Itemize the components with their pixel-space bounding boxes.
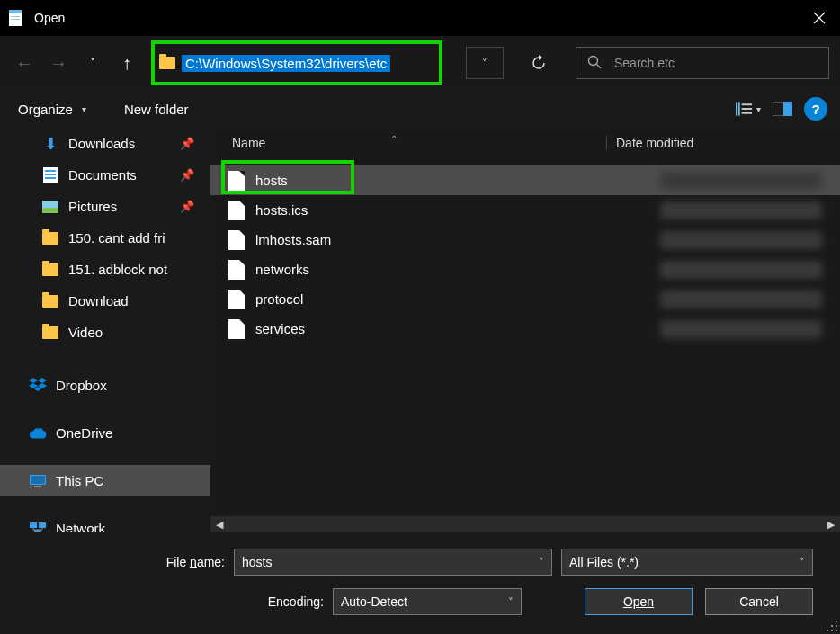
main-area: ⬇ Downloads 📌 Documents 📌 Pictures 📌 150… bbox=[0, 128, 840, 532]
sidebar-item-folder[interactable]: Video bbox=[0, 317, 210, 348]
dropbox-icon bbox=[29, 377, 47, 395]
sidebar-label: Downloads bbox=[68, 136, 135, 151]
sort-indicator-icon: ⌃ bbox=[390, 134, 398, 144]
address-history-button[interactable]: ˅ bbox=[466, 47, 504, 79]
date-cell bbox=[660, 261, 822, 279]
chevron-down-icon: ˅ bbox=[539, 557, 544, 568]
sidebar-item-folder[interactable]: 151. adblock not bbox=[0, 254, 210, 285]
column-header-date[interactable]: Date modified bbox=[606, 136, 840, 150]
folder-icon bbox=[158, 54, 176, 72]
encoding-select[interactable]: Auto-Detect ˅ bbox=[333, 588, 522, 615]
up-button[interactable]: ↑ bbox=[113, 49, 140, 76]
filetype-select[interactable]: All Files (*.*) ˅ bbox=[561, 549, 813, 576]
picture-icon bbox=[41, 198, 59, 216]
svg-rect-9 bbox=[742, 103, 752, 105]
svg-rect-10 bbox=[742, 108, 752, 110]
file-row[interactable]: hosts bbox=[210, 165, 840, 195]
file-row[interactable]: hosts.ics bbox=[210, 195, 840, 225]
file-name: hosts bbox=[255, 173, 288, 188]
file-row[interactable]: networks bbox=[210, 254, 840, 284]
file-row[interactable]: protocol bbox=[210, 284, 840, 314]
view-mode-button[interactable] bbox=[736, 99, 761, 119]
organize-button[interactable]: Organize bbox=[13, 98, 92, 121]
svg-rect-8 bbox=[738, 102, 740, 115]
date-cell bbox=[660, 231, 822, 249]
help-button[interactable]: ? bbox=[804, 97, 827, 121]
folder-icon bbox=[41, 324, 59, 342]
horizontal-scrollbar[interactable]: ◀ ▶ bbox=[210, 516, 840, 532]
pin-icon: 📌 bbox=[180, 200, 194, 213]
svg-line-6 bbox=[597, 64, 602, 68]
address-bar[interactable]: C:\Windows\System32\drivers\etc bbox=[151, 40, 442, 85]
sidebar-item-thispc[interactable]: This PC bbox=[0, 465, 210, 496]
sidebar-label: Download bbox=[68, 293, 129, 308]
sidebar-item-folder[interactable]: Download bbox=[0, 285, 210, 317]
forward-button[interactable]: → bbox=[45, 49, 72, 76]
file-icon bbox=[228, 230, 245, 250]
sidebar-item-dropbox[interactable]: Dropbox bbox=[0, 370, 210, 401]
file-icon bbox=[228, 319, 245, 339]
svg-rect-15 bbox=[31, 476, 45, 484]
svg-rect-11 bbox=[742, 112, 752, 114]
file-icon bbox=[228, 201, 245, 220]
file-row[interactable]: lmhosts.sam bbox=[210, 225, 840, 254]
address-path: C:\Windows\System32\drivers\etc bbox=[182, 55, 390, 72]
date-cell bbox=[660, 172, 822, 190]
file-row[interactable]: services bbox=[210, 314, 840, 344]
download-icon: ⬇ bbox=[41, 135, 59, 153]
svg-rect-7 bbox=[736, 102, 737, 115]
back-button[interactable]: ← bbox=[11, 49, 38, 76]
filename-value: hosts bbox=[242, 555, 272, 569]
sidebar-item-network[interactable]: Network bbox=[0, 513, 210, 532]
file-icon bbox=[228, 260, 245, 280]
document-icon bbox=[41, 166, 59, 184]
close-button[interactable] bbox=[799, 0, 840, 36]
pin-icon: 📌 bbox=[180, 137, 194, 150]
sidebar-label: Documents bbox=[68, 167, 137, 183]
file-name: services bbox=[255, 321, 305, 336]
folder-icon bbox=[41, 292, 59, 310]
new-folder-button[interactable]: New folder bbox=[119, 98, 194, 121]
titlebar: Open bbox=[0, 0, 840, 36]
filename-input[interactable]: hosts ˅ bbox=[234, 549, 552, 576]
network-icon bbox=[29, 520, 47, 533]
svg-rect-18 bbox=[39, 522, 46, 528]
column-header-name[interactable]: Name ⌃ bbox=[210, 136, 606, 150]
pin-icon: 📌 bbox=[180, 168, 194, 182]
cancel-button[interactable]: Cancel bbox=[705, 588, 813, 615]
svg-rect-16 bbox=[34, 486, 41, 487]
toolbar: Organize New folder ? bbox=[0, 90, 840, 128]
search-input[interactable]: Search etc bbox=[576, 47, 829, 79]
file-icon bbox=[228, 290, 245, 309]
sidebar-item-onedrive[interactable]: OneDrive bbox=[0, 417, 210, 449]
navigation-bar: ← → ˅ ↑ C:\Windows\System32\drivers\etc … bbox=[0, 36, 840, 90]
file-name: hosts.ics bbox=[255, 202, 308, 218]
folder-icon bbox=[41, 261, 59, 279]
sidebar-item-folder[interactable]: 150. cant add fri bbox=[0, 222, 210, 254]
file-icon bbox=[228, 171, 245, 191]
sidebar-item-downloads[interactable]: ⬇ Downloads 📌 bbox=[0, 128, 210, 159]
chevron-down-icon: ˅ bbox=[508, 596, 514, 608]
file-name: lmhosts.sam bbox=[255, 232, 331, 247]
chevron-down-icon: ˅ bbox=[800, 557, 805, 568]
recent-locations-button[interactable]: ˅ bbox=[79, 49, 106, 76]
sidebar-item-documents[interactable]: Documents 📌 bbox=[0, 159, 210, 191]
notepad-icon bbox=[5, 7, 27, 29]
scroll-right-icon[interactable]: ▶ bbox=[824, 519, 838, 531]
filetype-value: All Files (*.*) bbox=[569, 555, 639, 569]
sidebar-item-pictures[interactable]: Pictures 📌 bbox=[0, 191, 210, 222]
refresh-button[interactable] bbox=[520, 47, 558, 79]
open-button[interactable]: Open bbox=[585, 588, 693, 615]
open-dialog: Open ← → ˅ ↑ C:\Windows\System32\drivers… bbox=[0, 0, 840, 634]
dialog-form: File name: hosts ˅ All Files (*.*) ˅ Enc… bbox=[0, 532, 840, 615]
window-title: Open bbox=[34, 11, 65, 25]
scroll-left-icon[interactable]: ◀ bbox=[212, 519, 227, 531]
navigation-tree[interactable]: ⬇ Downloads 📌 Documents 📌 Pictures 📌 150… bbox=[0, 128, 210, 532]
encoding-value: Auto-Detect bbox=[341, 594, 407, 609]
preview-pane-button[interactable] bbox=[770, 99, 795, 119]
sidebar-label: OneDrive bbox=[56, 425, 112, 441]
svg-rect-2 bbox=[11, 16, 20, 17]
svg-rect-1 bbox=[9, 10, 22, 13]
resize-grip[interactable] bbox=[826, 620, 838, 632]
file-name: protocol bbox=[255, 291, 303, 307]
